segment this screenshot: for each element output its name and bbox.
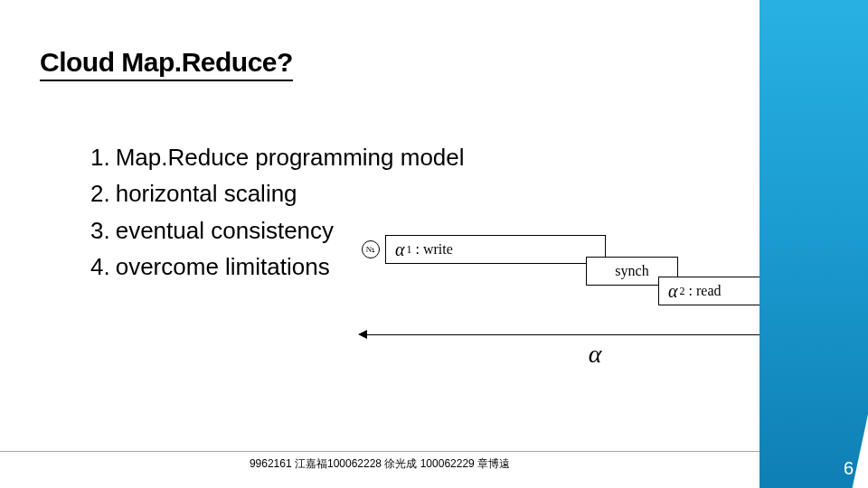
footer-divider bbox=[0, 451, 760, 452]
timeline-alpha: α bbox=[589, 340, 602, 369]
arrow-left-icon bbox=[358, 330, 367, 339]
footer-credits: 9962161 江嘉福100062228 徐光成 100062229 章博遠 bbox=[0, 456, 760, 472]
read-box: α2: read bbox=[658, 277, 814, 305]
list-item-number: 2. bbox=[90, 180, 110, 207]
read-text: : read bbox=[689, 283, 722, 299]
alpha-subscript: 1 bbox=[407, 243, 412, 257]
alpha-symbol: α bbox=[668, 281, 678, 302]
list-item-text: eventual consistency bbox=[116, 217, 334, 244]
page-number: 6 bbox=[844, 458, 854, 479]
alpha-symbol: α bbox=[395, 239, 405, 260]
alpha-subscript: 2 bbox=[680, 285, 685, 298]
arrow-right-icon bbox=[823, 330, 832, 339]
list-item-text: horizontal scaling bbox=[116, 180, 297, 207]
list-item-number: 4. bbox=[90, 253, 110, 280]
consistency-diagram: N₁ α1: write synch N₂ α2: read α bbox=[360, 235, 830, 398]
slide: Cloud Map.Reduce? 1.Map.Reduce programmi… bbox=[0, 0, 868, 488]
write-box: α1: write bbox=[385, 235, 606, 264]
list-item: 2.horizontal scaling bbox=[90, 175, 465, 211]
write-text: : write bbox=[416, 241, 453, 258]
slide-title-text: Cloud Map.Reduce? bbox=[40, 47, 293, 81]
node-n1: N₁ bbox=[362, 240, 380, 258]
list-item-text: Map.Reduce programming model bbox=[116, 144, 465, 171]
slide-title: Cloud Map.Reduce? bbox=[40, 47, 293, 81]
list-item: 1.Map.Reduce programming model bbox=[90, 139, 465, 175]
list-item-number: 3. bbox=[90, 217, 110, 244]
list-item-number: 1. bbox=[90, 144, 110, 171]
list-item-text: overcome limitations bbox=[116, 253, 330, 280]
timeline-line bbox=[362, 334, 828, 335]
